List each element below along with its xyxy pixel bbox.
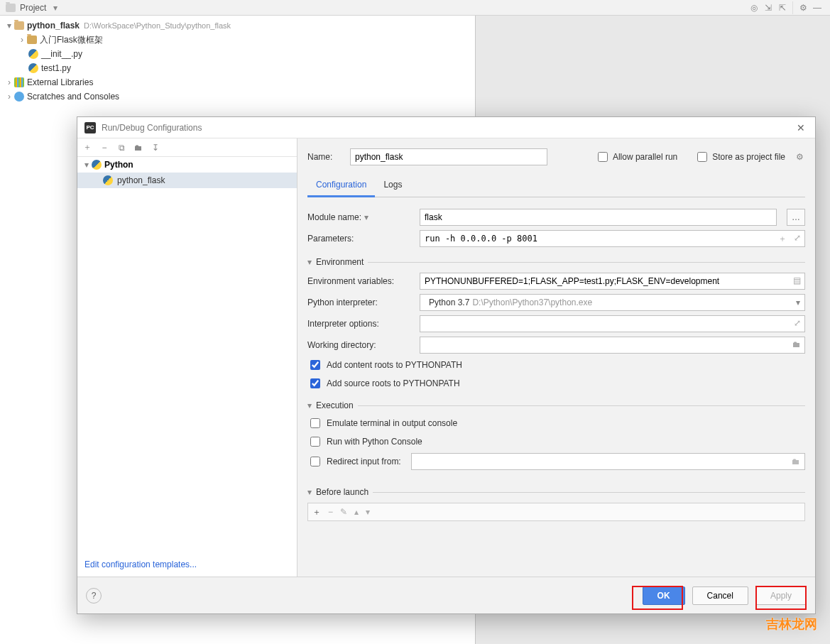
python-file-icon — [28, 63, 38, 73]
add-icon[interactable]: ＋ — [82, 142, 93, 153]
copy-icon[interactable]: ⧉ — [116, 142, 127, 153]
expand-icon[interactable]: ⤢ — [794, 233, 801, 243]
add-source-roots-label: Add source roots to PYTHONPATH — [327, 378, 460, 388]
python-icon — [92, 160, 102, 170]
twisty-icon[interactable]: ▾ — [82, 160, 92, 170]
collapse-all-icon[interactable]: ⇱ — [775, 1, 790, 15]
chevron-down-icon[interactable]: ▾ — [364, 212, 368, 222]
folder-icon[interactable]: 🖿 — [792, 339, 801, 349]
module-name-label: Module name: ▾ — [307, 212, 414, 222]
collapse-caret-icon[interactable]: ▾ — [307, 487, 312, 497]
help-icon[interactable]: ? — [86, 588, 102, 604]
tab-logs[interactable]: Logs — [375, 175, 410, 197]
expand-all-icon[interactable]: ⇲ — [761, 1, 775, 15]
store-project-label: Store as project file — [712, 152, 785, 162]
tree-external-libs[interactable]: › External Libraries — [0, 75, 475, 89]
down-icon: ▾ — [366, 507, 370, 517]
library-icon — [14, 77, 24, 87]
folder-save-icon[interactable]: 🖿 — [133, 142, 144, 153]
allow-parallel-label: Allow parallel run — [613, 152, 677, 162]
section-execution-title: Execution — [316, 400, 354, 410]
tree-item-label: 入门Flask微框架 — [40, 34, 103, 46]
add-icon[interactable]: ＋ — [312, 506, 321, 518]
add-content-roots-checkbox[interactable] — [310, 360, 320, 370]
interp-opts-input[interactable] — [420, 315, 805, 332]
remove-icon: − — [328, 507, 333, 517]
module-name-input[interactable] — [420, 209, 777, 226]
close-icon[interactable]: ✕ — [794, 122, 808, 133]
chevron-down-icon: ▾ — [796, 298, 800, 307]
interp-opts-label: Interpreter options: — [307, 319, 414, 329]
tree-root[interactable]: ▾ python_flask D:\WorkSpace\Python_Study… — [0, 18, 475, 33]
workdir-label: Working directory: — [307, 340, 414, 350]
name-input[interactable] — [350, 148, 547, 165]
dialog-titlebar: PC Run/Debug Configurations ✕ — [77, 117, 815, 138]
tree-item-file[interactable]: test1.py — [0, 61, 475, 75]
before-launch-toolbar: ＋ − ✎ ▴ ▾ — [307, 503, 805, 521]
cancel-button[interactable]: Cancel — [692, 586, 748, 605]
store-as-project-file-checkbox[interactable]: Store as project file — [694, 150, 785, 164]
browse-button[interactable]: … — [787, 209, 805, 226]
dialog-footer: ? OK Cancel Apply — [77, 577, 815, 613]
env-vars-input[interactable] — [420, 273, 805, 290]
run-python-console-checkbox[interactable] — [310, 437, 320, 447]
target-icon[interactable]: ◎ — [747, 1, 761, 15]
tree-scratches[interactable]: › Scratches and Consoles — [0, 89, 475, 104]
folder-icon[interactable]: 🖿 — [792, 457, 800, 466]
gear-icon[interactable]: ⚙ — [796, 1, 810, 15]
interpreter-select[interactable]: Python 3.7 D:\Python\Python37\python.exe… — [420, 294, 805, 311]
sort-icon[interactable]: ↧ — [150, 142, 161, 153]
folder-icon — [6, 4, 16, 12]
gear-icon[interactable]: ⚙ — [794, 151, 805, 163]
allow-parallel-run-checkbox[interactable]: Allow parallel run — [595, 150, 677, 164]
tree-item-file[interactable]: __init__.py — [0, 47, 475, 61]
redirect-input-checkbox[interactable] — [310, 457, 320, 466]
config-tabs: Configuration Logs — [307, 175, 805, 197]
section-environment-title: Environment — [316, 257, 364, 267]
remove-icon[interactable]: − — [99, 142, 110, 153]
hide-icon[interactable]: — — [810, 1, 824, 15]
redirect-input-field[interactable]: 🖿 — [411, 453, 805, 470]
edit-templates-link[interactable]: Edit configuration templates... — [77, 552, 297, 577]
twisty-icon[interactable]: ▾ — [4, 21, 14, 31]
section-before-launch-title: Before launch — [316, 487, 368, 497]
scratch-icon — [14, 92, 24, 102]
ok-button[interactable]: OK — [643, 586, 685, 605]
project-tab-label[interactable]: Project ▾ — [6, 3, 58, 13]
config-item-python-flask[interactable]: python_flask — [77, 173, 297, 188]
tab-configuration[interactable]: Configuration — [307, 175, 375, 197]
config-group-label: Python — [104, 160, 133, 170]
tree-item-label: test1.py — [41, 63, 71, 73]
emulate-terminal-label: Emulate terminal in output console — [327, 418, 457, 428]
add-source-roots-checkbox[interactable] — [310, 378, 320, 388]
run-debug-config-dialog: PC Run/Debug Configurations ✕ ＋ − ⧉ 🖿 ↧ … — [77, 116, 816, 614]
tree-root-path: D:\WorkSpace\Python_Study\python_flask — [84, 21, 231, 30]
env-vars-label: Environment variables: — [307, 276, 414, 286]
edit-icon: ✎ — [340, 507, 347, 517]
workdir-input[interactable] — [420, 337, 805, 354]
twisty-icon[interactable]: › — [17, 35, 27, 45]
python-icon — [103, 175, 113, 185]
redirect-input-label: Redirect input from: — [327, 457, 401, 466]
list-icon[interactable]: ▤ — [793, 275, 801, 285]
parameters-input[interactable] — [420, 230, 805, 247]
interpreter-name: Python 3.7 — [429, 298, 469, 307]
pycharm-logo-icon: PC — [84, 122, 96, 133]
interpreter-path: D:\Python\Python37\python.exe — [472, 298, 592, 307]
tree-item-folder[interactable]: › 入门Flask微框架 — [0, 33, 475, 47]
name-label: Name: — [307, 152, 342, 162]
twisty-icon[interactable]: › — [4, 77, 14, 87]
up-icon: ▴ — [354, 507, 359, 517]
add-content-roots-label: Add content roots to PYTHONPATH — [327, 360, 462, 370]
collapse-caret-icon[interactable]: ▾ — [307, 400, 312, 410]
collapse-caret-icon[interactable]: ▾ — [307, 257, 312, 267]
ide-top-toolbar: Project ▾ ◎ ⇲ ⇱ ⚙ — — [0, 0, 830, 16]
emulate-terminal-checkbox[interactable] — [310, 418, 320, 428]
config-group-python[interactable]: ▾ Python — [77, 157, 297, 173]
project-tree: ▾ python_flask D:\WorkSpace\Python_Study… — [0, 16, 475, 107]
plus-icon[interactable]: ＋ — [778, 233, 787, 245]
tree-item-label: Scratches and Consoles — [27, 92, 119, 102]
apply-button[interactable]: Apply — [755, 586, 807, 605]
twisty-icon[interactable]: › — [4, 92, 14, 102]
expand-icon[interactable]: ⤢ — [794, 318, 801, 328]
